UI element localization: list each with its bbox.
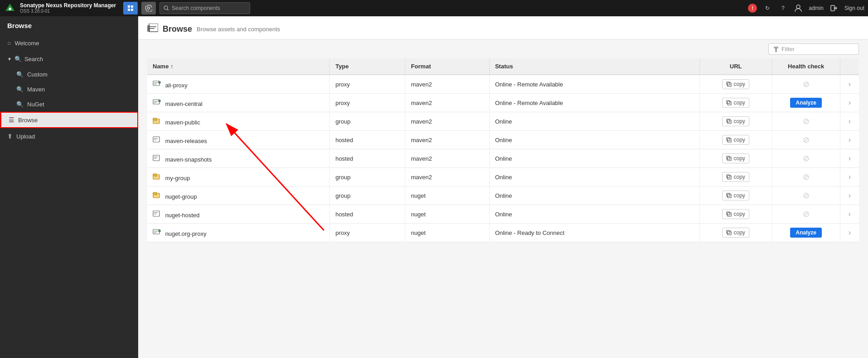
cell-status: Online [489,131,699,149]
copy-url-button[interactable]: copy [722,116,749,126]
repo-name[interactable]: maven-snapshots [165,156,212,163]
row-expand-button[interactable]: › [846,79,854,89]
svg-rect-11 [147,25,150,32]
svg-rect-45 [154,176,158,177]
cell-chevron[interactable]: › [840,149,859,168]
repositories-table: Name ↑ Type Format Status URL Health che… [147,58,859,242]
cell-status: Online - Remote Available [489,75,699,94]
svg-rect-18 [154,82,158,83]
cell-url: copy [699,186,772,205]
cell-health: ⊘ [772,168,840,186]
repo-name[interactable]: maven-releases [165,138,207,144]
user-icon[interactable] [793,3,803,13]
cell-health: ⊘ [772,186,840,205]
cell-format: nuget [405,224,490,242]
copy-url-button[interactable]: copy [722,191,749,200]
repo-type-icon [153,173,161,180]
repo-name[interactable]: maven-central [165,100,203,107]
row-expand-button[interactable]: › [846,116,854,126]
cell-chevron[interactable]: › [840,94,859,112]
content-header: Browse Browse assets and components [138,16,868,40]
signout-label[interactable]: Sign out [844,5,864,11]
sidebar-item-custom[interactable]: 🔍 Custom [0,67,138,82]
copy-url-button[interactable]: copy [722,79,749,89]
repo-type-icon [153,136,161,143]
filter-input[interactable]: Filter [768,43,859,55]
health-disabled-icon: ⊘ [778,191,834,200]
repo-type-icon [153,117,161,124]
cell-status: Online - Remote Available [489,94,699,112]
repo-name[interactable]: ali-proxy [165,82,188,89]
repo-name[interactable]: nuget.org-proxy [165,230,207,237]
cell-status: Online [489,168,699,186]
repo-name[interactable]: maven-public [165,119,200,126]
cell-format: maven2 [405,112,490,131]
analyze-button[interactable]: Analyze [790,228,821,238]
cell-chevron[interactable]: › [840,75,859,94]
copy-url-button[interactable]: copy [722,98,749,108]
cell-chevron[interactable]: › [840,112,859,131]
cell-type: group [330,112,405,131]
svg-line-8 [167,9,169,10]
col-status: Status [489,58,699,75]
row-expand-button[interactable]: › [846,172,854,182]
col-name: Name ↑ [147,58,330,75]
browse-header-icon [147,24,158,35]
table-body: ali-proxy proxy maven2 Online - Remote A… [147,75,859,242]
row-expand-button[interactable]: › [846,98,854,108]
svg-rect-3 [128,5,130,8]
brand-text: Sonatype Nexus Repository Manager OSS 3.… [20,2,116,14]
svg-marker-15 [773,47,779,52]
repo-name[interactable]: nuget-hosted [165,212,200,219]
cell-status: Online [489,186,699,205]
user-label[interactable]: admin [809,5,824,11]
global-search[interactable]: Search components [159,2,250,14]
copy-url-button[interactable]: copy [722,153,749,163]
home-button[interactable] [123,2,138,14]
sidebar-item-upload[interactable]: ⬆ Upload [0,128,138,144]
analyze-button[interactable]: Analyze [790,98,821,108]
svg-point-2 [9,8,11,10]
sidebar-nuget-label: NuGet [27,101,44,108]
sidebar-item-welcome[interactable]: ○ Welcome [0,35,138,51]
table-header: Name ↑ Type Format Status URL Health che… [147,58,859,75]
sidebar-item-maven[interactable]: 🔍 Maven [0,82,138,97]
refresh-icon[interactable]: ↻ [762,3,772,13]
row-expand-button[interactable]: › [846,191,854,200]
copy-url-button[interactable]: copy [722,172,749,182]
settings-button[interactable] [141,2,156,14]
cell-url: copy [699,94,772,112]
health-disabled-icon: ⊘ [778,79,834,89]
copy-url-button[interactable]: copy [722,209,749,219]
svg-rect-50 [154,195,158,196]
repo-type-icon [153,80,161,87]
repo-name[interactable]: nuget-group [165,193,197,200]
row-expand-button[interactable]: › [846,135,854,145]
repo-name[interactable]: my-group [165,175,190,181]
cell-chevron[interactable]: › [840,186,859,205]
copy-url-button[interactable]: copy [722,228,749,238]
row-expand-button[interactable]: › [846,153,854,163]
brand-logo [4,2,16,14]
cell-chevron[interactable]: › [840,131,859,149]
sidebar-item-nuget[interactable]: 🔍 NuGet [0,97,138,112]
cell-url: copy [699,149,772,168]
svg-rect-27 [727,100,730,104]
row-expand-button[interactable]: › [846,228,854,238]
svg-rect-32 [727,119,730,122]
sidebar-item-browse[interactable]: ☰ Browse [0,112,138,128]
cell-chevron[interactable]: › [840,168,859,186]
health-disabled-icon: ⊘ [778,172,834,182]
help-icon[interactable]: ? [778,3,788,13]
copy-url-button[interactable]: copy [722,135,749,145]
sidebar-item-search[interactable]: ▼ 🔍 Search [0,51,138,67]
sidebar-welcome-label: Welcome [14,40,39,47]
cell-format: maven2 [405,94,490,112]
cell-format: maven2 [405,168,490,186]
svg-rect-39 [154,157,158,158]
row-expand-button[interactable]: › [846,209,854,219]
warning-badge[interactable]: ! [748,4,757,13]
cell-chevron[interactable]: › [840,205,859,224]
cell-chevron[interactable]: › [840,224,859,242]
signout-icon[interactable] [829,3,839,13]
